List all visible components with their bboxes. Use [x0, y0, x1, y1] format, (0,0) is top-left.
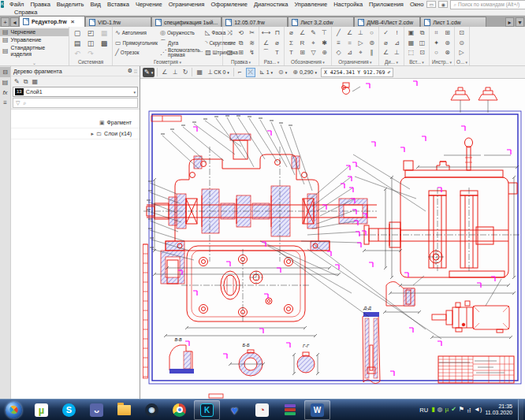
group-icon[interactable]: ○	[431, 48, 441, 58]
group-icon[interactable]: ⊿	[392, 39, 402, 49]
group-icon[interactable]: ⧉	[236, 39, 246, 49]
menu-Вставка[interactable]: Вставка	[104, 0, 132, 9]
group-icon[interactable]: ⟷	[261, 28, 271, 39]
tab-Редуктор.frw[interactable]: Редуктор.frw×	[19, 16, 85, 27]
utorrent-tray-icon[interactable]: µ	[445, 406, 449, 414]
geometry-button-Вспомогатель..[interactable]: ⋰Вспомогатель.. прямая	[159, 48, 203, 58]
ribbon-tab-Управление[interactable]: ▤Управление	[0, 36, 69, 44]
group-icon[interactable]: ⊞	[297, 48, 307, 58]
group-icon[interactable]: ⌀	[381, 39, 391, 49]
group-icon[interactable]: ▱	[225, 39, 235, 49]
ribbon-tab-Черчение[interactable]: ▤Черчение	[0, 28, 69, 36]
group-icon[interactable]: ⊛	[442, 39, 452, 49]
group-icon[interactable]: ▣	[406, 28, 416, 39]
group-icon[interactable]: ⌖	[308, 39, 318, 49]
zoom-value-select[interactable]: ⊕0,290▾	[291, 68, 318, 77]
layer-select[interactable]: ⊾1▾	[258, 68, 274, 77]
group-icon[interactable]: ○	[367, 28, 377, 39]
system-icon[interactable]: ◰	[84, 28, 97, 38]
group-icon[interactable]: ⟲	[236, 28, 246, 39]
snap-rotate-icon[interactable]: ↻	[181, 68, 190, 77]
group-icon[interactable]: ⊤	[319, 28, 330, 39]
tab-scroll-right-button[interactable]: ▸	[505, 17, 514, 27]
group-icon[interactable]: ⊿	[344, 48, 355, 58]
menu-Диагностика[interactable]: Диагностика	[251, 0, 291, 9]
group-icon[interactable]: R	[297, 39, 307, 49]
system-icon[interactable]: ▢	[71, 28, 84, 38]
group-icon[interactable]: ⊡	[417, 48, 427, 58]
menu-Приложения[interactable]: Приложения	[366, 0, 407, 9]
window-layout-icon[interactable]: ▭	[426, 1, 436, 8]
system-icon[interactable]: ↶	[71, 49, 84, 58]
system-icon[interactable]	[98, 49, 110, 58]
current-layer-combo[interactable]: 13 Слой1 ▾	[13, 87, 138, 97]
group-icon[interactable]: ✎	[308, 28, 318, 39]
group-icon[interactable]: ∥	[367, 48, 377, 58]
layers-tool-icon[interactable]: ⧉	[24, 78, 28, 86]
menu-Настройка[interactable]: Настройка	[330, 0, 366, 9]
parameters-panel-icon[interactable]: ▤	[0, 77, 10, 87]
menu-Управление[interactable]: Управление	[291, 0, 330, 9]
view-mode-icon[interactable]: ◉	[438, 1, 448, 8]
ortho-icon[interactable]: ⌐	[236, 68, 244, 77]
group-icon[interactable]: ⊚	[367, 39, 377, 49]
ribbon-collapse-icon[interactable]: ⌄	[0, 60, 69, 65]
menu-panel-icon[interactable]: ≡	[0, 98, 10, 108]
tab-ДМВ-4\Лист 2.cdw[interactable]: ДМВ-4\Лист 2.cdw	[354, 17, 420, 27]
chrome-taskbar-icon[interactable]	[166, 400, 192, 420]
group-icon[interactable]: ▽	[308, 48, 318, 58]
group-icon[interactable]: ⊗	[442, 48, 452, 58]
variables-panel-icon[interactable]: fx	[0, 87, 10, 98]
group-icon[interactable]: ✦	[431, 39, 441, 49]
group-icon[interactable]: ⊕	[319, 48, 330, 58]
group-icon[interactable]: ✓	[381, 28, 391, 39]
group-icon[interactable]: ╱	[333, 28, 344, 39]
show-desktop-button[interactable]	[518, 400, 523, 420]
group-icon[interactable]: ⊡	[456, 28, 467, 39]
expand-arrow-icon[interactable]: ▸	[91, 131, 95, 137]
utorrent-taskbar-icon[interactable]: µ	[28, 400, 54, 420]
new-document-button[interactable]: +	[1, 17, 9, 27]
kompas-taskbar-icon[interactable]: K	[194, 400, 220, 420]
group-icon[interactable]: T	[286, 48, 296, 58]
group-icon[interactable]: ⊥	[356, 28, 366, 39]
network-icon[interactable]: ⣴	[467, 406, 471, 414]
group-icon[interactable]: ∠	[261, 39, 271, 49]
snap-perpendicular-icon[interactable]: ⟂	[171, 68, 178, 77]
group-icon[interactable]: ⌗	[431, 28, 441, 39]
tab-VID-1.frw[interactable]: VID-1.frw	[85, 17, 151, 27]
group-icon[interactable]: =	[344, 39, 355, 49]
system-icon[interactable]: ▦	[98, 28, 110, 38]
battery-icon[interactable]: ▮	[431, 406, 434, 414]
geometry-button-Дуга[interactable]: ⌒Дуга	[159, 39, 203, 49]
group-icon[interactable]: ⊞	[236, 48, 246, 58]
dial-taskbar-icon[interactable]: ◔	[249, 400, 275, 420]
panel-handle-icon[interactable]: ⁞⁞	[134, 69, 137, 74]
group-icon[interactable]: ⊥	[392, 48, 402, 58]
winrar-taskbar-icon[interactable]	[277, 400, 303, 420]
shield-icon[interactable]: ✔	[451, 406, 456, 414]
geometry-button-Прямоугольник[interactable]: ▭Прямоугольник	[114, 39, 158, 49]
system-icon[interactable]: ↷	[84, 49, 97, 58]
tab-12.05.07.frw[interactable]: 12.05.07.frw	[222, 17, 288, 27]
group-icon[interactable]: ⊞	[442, 28, 452, 39]
group-icon[interactable]: T	[272, 48, 282, 58]
pipette-icon[interactable]: ✐	[387, 69, 390, 76]
snap-toggle-button[interactable]: ⤫	[246, 68, 255, 77]
ribbon-tab-Стандартные изделия[interactable]: ▤Стандартные изделия	[0, 44, 69, 58]
style-pencil-button[interactable]: ✎▾	[143, 68, 155, 77]
geometry-button-Отрезок[interactable]: ╱Отрезок	[114, 48, 158, 58]
word-taskbar-icon[interactable]: W	[304, 400, 330, 420]
drawing-canvas[interactable]: Б-Б В-В Г-Г Д-Д	[140, 79, 525, 399]
group-icon[interactable]: ⌀	[272, 39, 282, 49]
menu-Черчение[interactable]: Черчение	[132, 0, 166, 9]
group-icon[interactable]: ⤨	[225, 28, 235, 39]
group-icon[interactable]: ∠	[297, 28, 307, 39]
system-icon[interactable]: ◫	[84, 39, 97, 48]
grid-toggle-icon[interactable]: ▦	[195, 68, 204, 77]
group-icon[interactable]: ✱	[319, 39, 330, 49]
tab-Лист 3,2.cdw[interactable]: Лист 3,2.cdw	[288, 17, 354, 27]
group-icon[interactable]: ▷	[356, 39, 366, 49]
start-button[interactable]	[1, 400, 27, 420]
menu-Выделить[interactable]: Выделить	[54, 0, 88, 9]
